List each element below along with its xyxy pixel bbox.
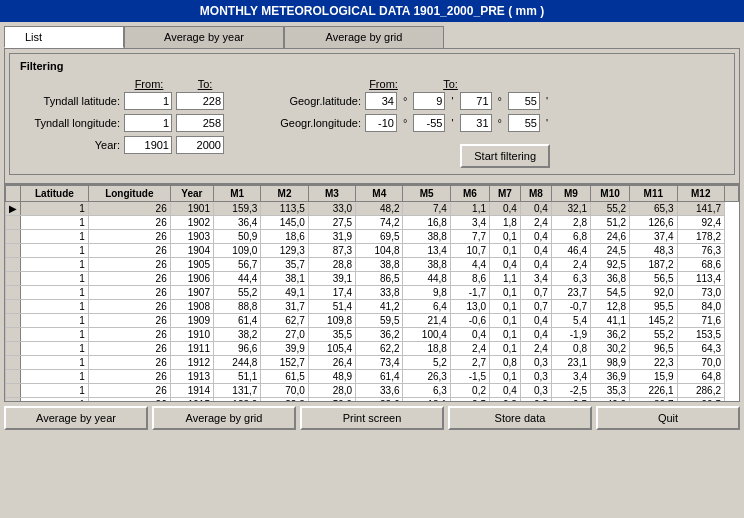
- table-cell: 1: [21, 272, 89, 286]
- left-filters: From: To: Tyndall latitude: Tyndall long…: [20, 78, 231, 168]
- from-header-left: From:: [123, 78, 175, 90]
- table-cell: 33,6: [356, 384, 403, 398]
- title-bar: MONTHLY METEOROLOGICAL DATA 1901_2000_PR…: [0, 0, 744, 22]
- data-table: Latitude Longitude Year M1 M2 M3 M4 M5 M…: [5, 185, 739, 402]
- table-row[interactable]: 1261904109,0129,387,3104,813,410,70,10,4…: [6, 244, 739, 258]
- tab-avg-grid[interactable]: Average by grid: [284, 26, 444, 48]
- table-cell: 44,4: [213, 272, 260, 286]
- geo-lon-to-deg[interactable]: [460, 114, 492, 132]
- bottom-buttons: Average by year Average by grid Print sc…: [0, 402, 744, 434]
- table-cell: 0,8: [551, 342, 590, 356]
- geo-lat-from-min[interactable]: [413, 92, 445, 110]
- table-row[interactable]: 1261914131,770,028,033,66,30,20,40,3-2,5…: [6, 384, 739, 398]
- year-from[interactable]: [124, 136, 172, 154]
- th-scroll: [725, 186, 739, 202]
- table-cell: 5,2: [403, 356, 450, 370]
- table-cell: 126,6: [630, 216, 677, 230]
- tyndall-lat-to[interactable]: [176, 92, 224, 110]
- th-m3: M3: [308, 186, 355, 202]
- table-row[interactable]: 126190236,4145,027,574,216,83,41,82,42,8…: [6, 216, 739, 230]
- to-header-left: To:: [179, 78, 231, 90]
- table-cell: 23,1: [551, 356, 590, 370]
- year-to[interactable]: [176, 136, 224, 154]
- th-longitude: Longitude: [88, 186, 170, 202]
- tyndall-lon-from[interactable]: [124, 114, 172, 132]
- geo-lat-from-deg[interactable]: [365, 92, 397, 110]
- table-cell: 0,7: [520, 286, 551, 300]
- table-row[interactable]: 126190961,462,7109,859,521,4-0,60,10,45,…: [6, 314, 739, 328]
- table-row[interactable]: 126190644,438,139,186,544,88,61,13,46,33…: [6, 272, 739, 286]
- geo-lat-sep: ': [449, 95, 455, 107]
- th-indicator: [6, 186, 21, 202]
- geo-lat-to-deg[interactable]: [460, 92, 492, 110]
- row-indicator: [6, 370, 21, 384]
- table-cell: 0,1: [490, 342, 521, 356]
- tyndall-lat-from[interactable]: [124, 92, 172, 110]
- geo-lon-from-sep: °: [401, 117, 409, 129]
- th-m1: M1: [213, 186, 260, 202]
- table-body: ▶1261901159,3113,533,048,27,41,10,40,432…: [6, 202, 739, 403]
- th-m5: M5: [403, 186, 450, 202]
- tab-avg-year[interactable]: Average by year: [124, 26, 284, 48]
- table-cell: 13,4: [403, 244, 450, 258]
- table-cell: 26: [88, 356, 170, 370]
- store-data-button[interactable]: Store data: [448, 406, 592, 430]
- table-cell: 38,1: [261, 272, 308, 286]
- table-cell: 141,7: [677, 202, 725, 216]
- th-m6: M6: [450, 186, 489, 202]
- geo-lon-row: Geogr.longitude: ° ' ° ': [261, 114, 550, 132]
- table-row[interactable]: 126190556,735,728,838,838,84,40,40,42,49…: [6, 258, 739, 272]
- table-cell: 2,8: [551, 216, 590, 230]
- geo-lon-to-sep2: ': [544, 117, 550, 129]
- print-screen-button[interactable]: Print screen: [300, 406, 444, 430]
- table-cell: 0,1: [490, 230, 521, 244]
- table-row[interactable]: 126190755,249,117,433,89,8-1,70,10,723,7…: [6, 286, 739, 300]
- tyndall-lon-to[interactable]: [176, 114, 224, 132]
- table-cell: 26: [88, 384, 170, 398]
- table-row[interactable]: 126191196,639,9105,462,218,82,40,12,40,8…: [6, 342, 739, 356]
- table-row[interactable]: 1261912244,8152,726,473,45,22,70,80,323,…: [6, 356, 739, 370]
- data-table-container[interactable]: Latitude Longitude Year M1 M2 M3 M4 M5 M…: [4, 184, 740, 402]
- table-cell: 56,5: [630, 272, 677, 286]
- table-cell: 145,2: [630, 314, 677, 328]
- table-cell: 7,7: [450, 230, 489, 244]
- quit-button[interactable]: Quit: [596, 406, 740, 430]
- table-cell: 95,5: [630, 300, 677, 314]
- table-row[interactable]: 126190888,831,751,441,26,413,00,10,7-0,7…: [6, 300, 739, 314]
- row-indicator: [6, 384, 21, 398]
- table-cell: 38,8: [403, 258, 450, 272]
- table-row[interactable]: 126191351,161,548,961,426,3-1,50,10,33,4…: [6, 370, 739, 384]
- table-row[interactable]: 126191038,227,035,536,2100,40,40,10,4-1,…: [6, 328, 739, 342]
- table-cell: 61,4: [356, 370, 403, 384]
- row-indicator: [6, 314, 21, 328]
- table-cell: 0,4: [520, 244, 551, 258]
- table-cell: 35,5: [308, 328, 355, 342]
- geo-lon-from-min[interactable]: [413, 114, 445, 132]
- table-cell: 6,4: [403, 300, 450, 314]
- table-cell: 65,3: [630, 202, 677, 216]
- table-cell: 6,3: [551, 272, 590, 286]
- geo-lon-to-min[interactable]: [508, 114, 540, 132]
- table-row[interactable]: ▶1261901159,3113,533,048,27,41,10,40,432…: [6, 202, 739, 216]
- table-cell: 1904: [170, 244, 213, 258]
- th-m7: M7: [490, 186, 521, 202]
- table-cell: 1909: [170, 314, 213, 328]
- table-cell: 0,7: [520, 300, 551, 314]
- table-row[interactable]: 126190350,918,631,969,538,87,70,10,46,82…: [6, 230, 739, 244]
- avg-grid-button[interactable]: Average by grid: [152, 406, 296, 430]
- row-indicator: [6, 216, 21, 230]
- geo-lat-to-min[interactable]: [508, 92, 540, 110]
- table-cell: 0,4: [490, 202, 521, 216]
- table-cell: 286,2: [677, 384, 725, 398]
- table-cell: 62,7: [261, 314, 308, 328]
- tab-list[interactable]: List: [4, 26, 124, 48]
- th-year: Year: [170, 186, 213, 202]
- avg-year-button[interactable]: Average by year: [4, 406, 148, 430]
- geo-lon-from-deg[interactable]: [365, 114, 397, 132]
- table-cell: 0,3: [520, 356, 551, 370]
- start-filtering-button[interactable]: Start filtering: [460, 144, 550, 168]
- table-cell: 26: [88, 216, 170, 230]
- main-content: Filtering From: To: Tyndall latitude: Ty…: [4, 48, 740, 184]
- table-cell: 26: [88, 202, 170, 216]
- table-cell: 61,5: [261, 370, 308, 384]
